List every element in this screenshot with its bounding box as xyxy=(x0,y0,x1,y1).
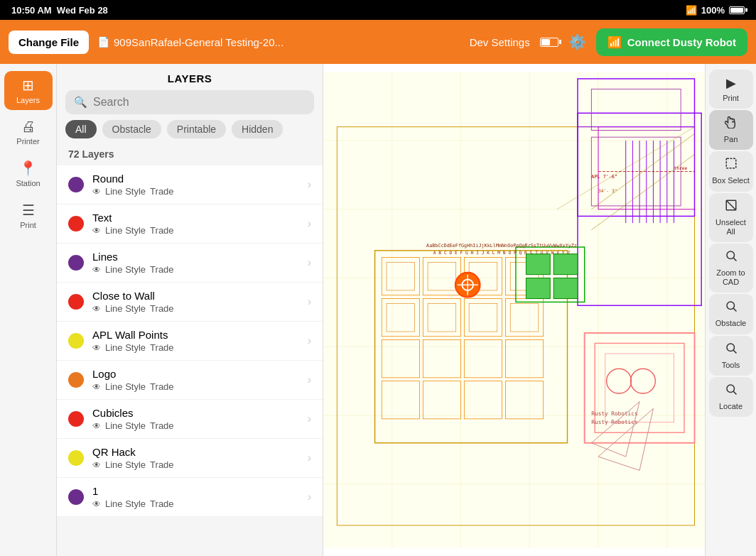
left-sidebar: ⊞ Layers 🖨 Printer 📍 Station ☰ Print xyxy=(0,64,57,556)
print-tool-icon: ▶ xyxy=(726,75,736,91)
chevron-right-text: › xyxy=(308,217,311,230)
layer-name-qr-hack: QR Hack xyxy=(92,446,299,458)
change-file-button[interactable]: Change File xyxy=(9,31,89,54)
layer-dot-close-to-wall xyxy=(68,294,84,310)
svg-line-87 xyxy=(733,350,736,353)
connect-robot-button[interactable]: 📶 Connect Dusty Robot xyxy=(596,28,747,56)
layer-info-text: Text 👁 Line Style Trade xyxy=(92,212,299,236)
layers-count: 72 Layers xyxy=(57,146,323,165)
print-label: Print xyxy=(20,221,36,229)
svg-text:Rusty Robotics: Rusty Robotics xyxy=(591,410,637,417)
layer-category-1: Trade xyxy=(150,498,173,509)
eye-icon-1: 👁 xyxy=(92,499,101,509)
status-right: 📶 100% xyxy=(686,5,745,16)
layer-item-lines[interactable]: Lines 👁 Line Style Trade › xyxy=(57,244,323,283)
sidebar-item-station[interactable]: 📍 Station xyxy=(4,154,53,193)
chevron-right-1: › xyxy=(308,491,311,503)
layer-dot-lines xyxy=(68,255,84,271)
layer-item-1[interactable]: 1 👁 Line Style Trade › xyxy=(57,478,323,517)
filter-tab-hidden[interactable]: Hidden xyxy=(232,120,283,138)
layer-meta-qr-hack: 👁 Line Style Trade xyxy=(92,459,299,470)
wifi-status-icon: 📶 xyxy=(686,5,697,16)
layer-name-round: Round xyxy=(92,173,299,185)
cad-svg: AaBbCcDdEeFfGgHhIiJjKkLlMmNnOoPpQqRrSsTt… xyxy=(323,64,705,556)
layer-item-text[interactable]: Text 👁 Line Style Trade › xyxy=(57,205,323,244)
layer-dot-logo xyxy=(68,372,84,388)
layer-name-close-to-wall: Close to Wall xyxy=(92,290,299,302)
unselect-all-tool-button[interactable]: Unselect All xyxy=(709,193,753,242)
layer-info-cubicles: Cubicles 👁 Line Style Trade xyxy=(92,407,299,431)
layer-meta-lines: 👁 Line Style Trade xyxy=(92,264,299,275)
layer-name-apl-wall-points: APL Wall Points xyxy=(92,329,299,341)
layer-style-text: Line Style xyxy=(105,225,146,236)
svg-rect-79 xyxy=(726,159,736,169)
print-tool-button[interactable]: ▶ Print xyxy=(709,70,753,109)
svg-line-89 xyxy=(733,391,736,394)
layer-style-cubicles: Line Style xyxy=(105,420,146,431)
svg-rect-51 xyxy=(526,278,550,299)
layer-category-qr-hack: Trade xyxy=(150,459,173,470)
sidebar-item-print[interactable]: ☰ Print xyxy=(4,196,53,235)
printer-icon: 🖨 xyxy=(21,119,36,135)
layer-category-text: Trade xyxy=(150,225,173,236)
pan-tool-icon xyxy=(725,116,738,132)
tools-tool-icon xyxy=(725,342,738,358)
filter-tabs: All Obstacle Printable Hidden xyxy=(57,120,323,146)
svg-point-88 xyxy=(727,385,735,393)
svg-text:three: three xyxy=(674,165,687,170)
eye-icon-round: 👁 xyxy=(92,187,101,197)
sidebar-item-layers[interactable]: ⊞ Layers xyxy=(4,71,53,110)
layer-meta-text: 👁 Line Style Trade xyxy=(92,225,299,236)
layer-item-apl-wall-points[interactable]: APL Wall Points 👁 Line Style Trade › xyxy=(57,322,323,361)
layer-dot-text xyxy=(68,216,84,231)
layer-style-apl-wall-points: Line Style xyxy=(105,342,146,353)
layers-panel: LAYERS 🔍 All Obstacle Printable Hidden 7… xyxy=(57,64,323,556)
chevron-right-lines: › xyxy=(308,256,311,269)
search-wrapper[interactable]: 🔍 xyxy=(65,90,314,114)
layer-info-1: 1 👁 Line Style Trade xyxy=(92,485,299,509)
obstacle-tool-icon xyxy=(725,300,738,316)
tools-tool-label: Tools xyxy=(722,361,740,370)
eye-icon-apl-wall-points: 👁 xyxy=(92,343,101,353)
layer-item-close-to-wall[interactable]: Close to Wall 👁 Line Style Trade › xyxy=(57,283,323,322)
station-label: Station xyxy=(16,179,40,187)
svg-text:AaBbCcDdEeFfGgHhIiJjKkLlMmNnOo: AaBbCcDdEeFfGgHhIiJjKkLlMmNnOoPpQqRrSsTt… xyxy=(426,243,577,249)
zoom-to-cad-tool-label: Zoom to CAD xyxy=(712,268,750,287)
unselect-all-tool-label: Unselect All xyxy=(712,218,750,236)
locate-tool-button[interactable]: Locate xyxy=(709,377,753,417)
box-select-tool-button[interactable]: Box Select xyxy=(709,151,753,191)
filter-tab-obstacle[interactable]: Obstacle xyxy=(102,120,161,138)
tools-tool-button[interactable]: Tools xyxy=(709,336,753,376)
layer-item-round[interactable]: Round 👁 Line Style Trade › xyxy=(57,165,323,205)
layer-style-1: Line Style xyxy=(105,498,146,509)
eye-icon-text: 👁 xyxy=(92,226,101,236)
filter-tab-all[interactable]: All xyxy=(65,120,97,138)
pan-tool-button[interactable]: Pan xyxy=(709,110,753,150)
dev-settings-button[interactable]: Dev Settings xyxy=(470,36,530,48)
connect-label: Connect Dusty Robot xyxy=(627,36,736,48)
gear-button[interactable]: ⚙️ xyxy=(568,33,586,50)
filter-tab-printable[interactable]: Printable xyxy=(167,120,226,138)
obstacle-tool-label: Obstacle xyxy=(716,319,746,328)
layer-category-close-to-wall: Trade xyxy=(150,303,173,314)
layer-category-lines: Trade xyxy=(150,264,173,275)
toolbar-right: Dev Settings ⚙️ 📶 Connect Dusty Robot xyxy=(470,28,747,56)
layer-style-qr-hack: Line Style xyxy=(105,459,146,470)
layer-category-round: Trade xyxy=(150,186,173,197)
file-name-display: 📄 909SanRafael-General Testing-20... xyxy=(97,36,461,48)
unselect-all-tool-icon xyxy=(725,199,738,215)
layer-name-cubicles: Cubicles xyxy=(92,407,299,419)
layer-item-qr-hack[interactable]: QR Hack 👁 Line Style Trade › xyxy=(57,439,323,478)
layer-item-cubicles[interactable]: Cubicles 👁 Line Style Trade › xyxy=(57,400,323,439)
zoom-to-cad-tool-button[interactable]: Zoom to CAD xyxy=(709,244,753,293)
layer-info-logo: Logo 👁 Line Style Trade xyxy=(92,368,299,392)
cad-canvas[interactable]: AaBbCcDdEeFfGgHhIiJjKkLlMmNnOoPpQqRrSsTt… xyxy=(323,64,705,556)
layer-item-logo[interactable]: Logo 👁 Line Style Trade › xyxy=(57,361,323,400)
obstacle-tool-button[interactable]: Obstacle xyxy=(709,294,753,334)
top-toolbar: Change File 📄 909SanRafael-General Testi… xyxy=(0,20,756,64)
layer-dot-cubicles xyxy=(68,411,84,427)
box-select-tool-label: Box Select xyxy=(712,176,750,185)
search-input[interactable] xyxy=(93,96,306,109)
layer-category-logo: Trade xyxy=(150,381,173,392)
sidebar-item-printer[interactable]: 🖨 Printer xyxy=(4,113,53,151)
